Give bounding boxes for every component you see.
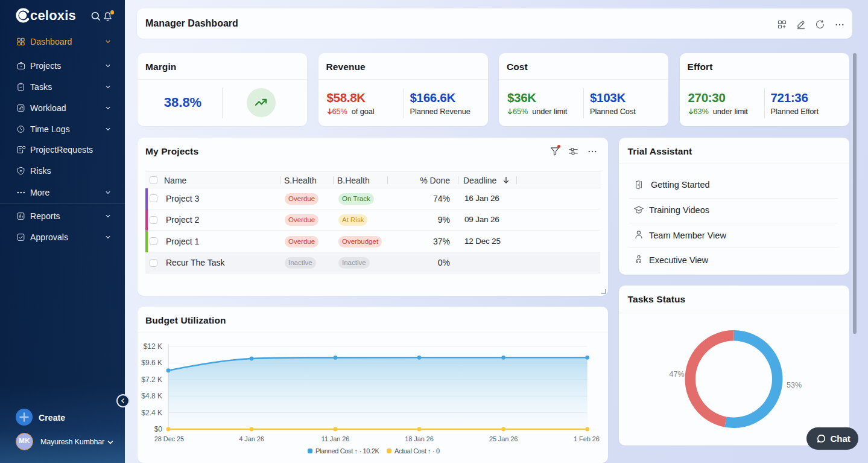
svg-text:$2.4 K: $2.4 K bbox=[141, 409, 162, 417]
svg-text:53%: 53% bbox=[787, 381, 802, 389]
svg-text:$4.8 K: $4.8 K bbox=[141, 392, 162, 400]
svg-text:$0: $0 bbox=[154, 425, 163, 433]
svg-text:$7.2 K: $7.2 K bbox=[141, 375, 162, 384]
svg-text:$9.6 K: $9.6 K bbox=[141, 359, 162, 367]
svg-text:$12 K: $12 K bbox=[144, 342, 162, 351]
svg-text:47%: 47% bbox=[669, 370, 684, 378]
